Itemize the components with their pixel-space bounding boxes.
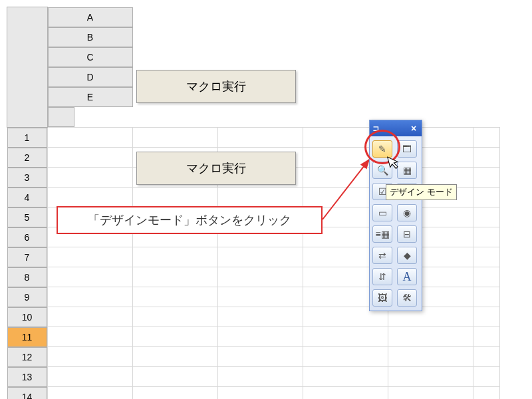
- row-header-6[interactable]: 6: [7, 227, 47, 247]
- cell[interactable]: [473, 347, 500, 367]
- cell[interactable]: [47, 127, 133, 148]
- cell[interactable]: [218, 347, 303, 367]
- cell[interactable]: [47, 247, 133, 267]
- scrollbar-control-button[interactable]: ⇵: [372, 268, 392, 285]
- row-header-10[interactable]: 10: [7, 307, 47, 327]
- cell[interactable]: [473, 247, 500, 267]
- column-header-e[interactable]: E: [48, 87, 133, 107]
- close-icon[interactable]: ×: [408, 123, 419, 134]
- column-header-d[interactable]: D: [48, 67, 133, 87]
- cell[interactable]: [133, 307, 218, 327]
- row-header-13[interactable]: 13: [7, 367, 47, 387]
- row-header-5[interactable]: 5: [7, 207, 47, 227]
- column-header-partial[interactable]: [48, 107, 74, 127]
- cell[interactable]: [218, 188, 303, 207]
- cell[interactable]: [218, 387, 303, 400]
- select-all-corner[interactable]: [7, 7, 48, 128]
- toolbox-title: コ: [372, 124, 379, 134]
- cell[interactable]: [47, 347, 133, 367]
- cell[interactable]: [133, 287, 218, 307]
- toolbox-titlebar[interactable]: コ ×: [370, 120, 422, 136]
- macro-execute-button-1[interactable]: マクロ実行: [136, 70, 296, 103]
- view-code-button[interactable]: 🔍: [372, 162, 392, 179]
- run-button[interactable]: ▦: [397, 162, 417, 179]
- design-mode-button[interactable]: ✎: [372, 140, 392, 158]
- column-header-c[interactable]: C: [48, 47, 133, 67]
- listbox-icon: ≡▦: [375, 229, 389, 239]
- cell[interactable]: [47, 287, 133, 307]
- cell[interactable]: [388, 367, 473, 387]
- cell[interactable]: [473, 267, 500, 287]
- row-header-11[interactable]: 11: [7, 327, 47, 347]
- macro-execute-button-2[interactable]: マクロ実行: [136, 152, 296, 185]
- togglebutton-control-button[interactable]: ⇄: [372, 247, 392, 264]
- cell[interactable]: [47, 327, 133, 347]
- row-header-7[interactable]: 7: [7, 247, 47, 267]
- cell[interactable]: [473, 148, 500, 168]
- cell[interactable]: [303, 367, 388, 387]
- cell[interactable]: [47, 367, 133, 387]
- cell[interactable]: [133, 267, 218, 287]
- cell[interactable]: [133, 188, 218, 207]
- cell[interactable]: [218, 127, 303, 148]
- cell[interactable]: [133, 387, 218, 400]
- run-icon: ▦: [403, 165, 412, 176]
- cell[interactable]: [133, 347, 218, 367]
- cell[interactable]: [473, 127, 500, 148]
- cell[interactable]: [473, 387, 500, 400]
- cell[interactable]: [473, 307, 500, 327]
- more-controls-icon: 🛠: [402, 293, 412, 303]
- row-header-9[interactable]: 9: [7, 287, 47, 307]
- cell[interactable]: [47, 307, 133, 327]
- cell[interactable]: [473, 227, 500, 247]
- cell[interactable]: [218, 327, 303, 347]
- commandbutton-control-button[interactable]: ▭: [372, 204, 392, 221]
- row-header-4[interactable]: 4: [7, 188, 47, 207]
- column-header-b[interactable]: B: [48, 27, 133, 47]
- cell[interactable]: [218, 287, 303, 307]
- cell[interactable]: [473, 287, 500, 307]
- cell[interactable]: [133, 247, 218, 267]
- cell[interactable]: [218, 307, 303, 327]
- label-icon: A: [403, 270, 412, 284]
- row-header-1[interactable]: 1: [7, 128, 47, 148]
- row-header-3[interactable]: 3: [7, 168, 47, 188]
- cell[interactable]: [473, 188, 500, 207]
- cell[interactable]: [218, 367, 303, 387]
- combobox-control-button[interactable]: ⊟: [397, 225, 417, 243]
- cell[interactable]: [473, 327, 500, 347]
- cell[interactable]: [133, 367, 218, 387]
- cell[interactable]: [388, 327, 473, 347]
- cell[interactable]: [303, 347, 388, 367]
- cell[interactable]: [473, 207, 500, 227]
- cell[interactable]: [473, 367, 500, 387]
- cell[interactable]: [47, 168, 133, 188]
- cell[interactable]: [473, 168, 500, 188]
- row-header-14[interactable]: 14: [7, 387, 47, 400]
- properties-button[interactable]: 🗔: [397, 140, 417, 158]
- cell[interactable]: [47, 267, 133, 287]
- control-toolbox[interactable]: コ × ✎ 🗔 🔍 ▦ ☑ ab| ▭ ◉ ≡▦ ⊟ ⇄ ◆ ⇵ A 🖼 🛠: [369, 120, 422, 311]
- optionbutton-icon: ◉: [403, 207, 411, 218]
- cell[interactable]: [303, 327, 388, 347]
- more-controls-button[interactable]: 🛠: [397, 289, 417, 307]
- cell[interactable]: [388, 347, 473, 367]
- cell[interactable]: [133, 127, 218, 148]
- row-header-8[interactable]: 8: [7, 267, 47, 287]
- row-header-2[interactable]: 2: [7, 148, 47, 168]
- listbox-control-button[interactable]: ≡▦: [372, 225, 392, 243]
- cell[interactable]: [303, 387, 388, 400]
- row-header-12[interactable]: 12: [7, 347, 47, 367]
- cell[interactable]: [47, 148, 133, 168]
- cell[interactable]: [47, 188, 133, 207]
- cell[interactable]: [218, 267, 303, 287]
- label-control-button[interactable]: A: [397, 268, 417, 285]
- cell[interactable]: [218, 247, 303, 267]
- optionbutton-control-button[interactable]: ◉: [397, 204, 417, 221]
- cell[interactable]: [388, 387, 473, 400]
- cell[interactable]: [133, 327, 218, 347]
- image-control-button[interactable]: 🖼: [372, 289, 392, 307]
- column-header-a[interactable]: A: [48, 7, 133, 27]
- spinbutton-control-button[interactable]: ◆: [397, 247, 417, 264]
- cell[interactable]: [47, 387, 133, 400]
